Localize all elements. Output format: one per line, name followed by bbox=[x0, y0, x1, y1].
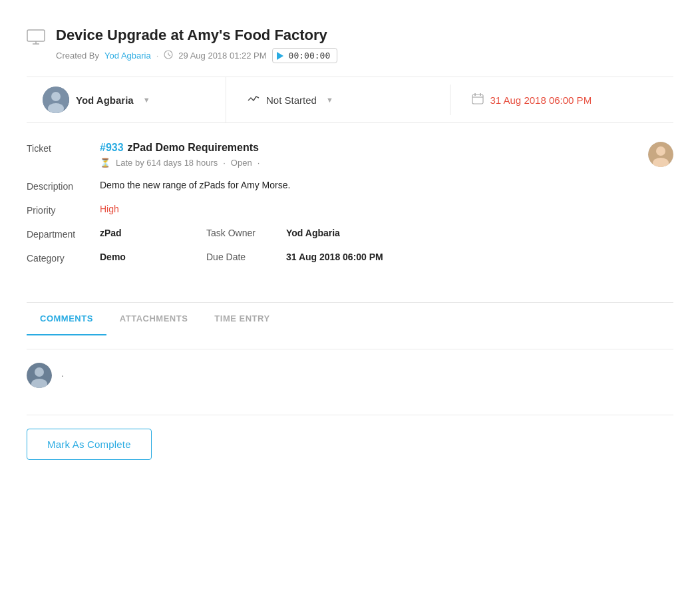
header-content: Device Upgrade at Amy's Food Factory Cre… bbox=[56, 27, 673, 63]
section-divider bbox=[27, 415, 673, 415]
assignee-cell[interactable]: Yod Agbaria ▼ bbox=[27, 77, 226, 122]
due-date-label: Due Date bbox=[206, 252, 286, 262]
comment-input-field[interactable] bbox=[61, 363, 673, 384]
ticket-name: zPad Demo Requirements bbox=[128, 142, 259, 154]
ticket-meta: ⏳ Late by 614 days 18 hours · Open · bbox=[100, 158, 648, 168]
priority-label: Priority bbox=[27, 204, 100, 216]
description-label: Description bbox=[27, 180, 100, 192]
department-row: Department zPad Task Owner Yod Agbaria bbox=[27, 228, 673, 240]
comment-input-row bbox=[27, 363, 673, 388]
description-row: Description Demo the new range of zPads … bbox=[27, 180, 673, 192]
clock-icon bbox=[164, 50, 173, 61]
calendar-icon bbox=[472, 93, 484, 107]
page-container: Device Upgrade at Amy's Food Factory Cre… bbox=[0, 0, 700, 611]
monitor-icon bbox=[27, 29, 45, 49]
mark-complete-button[interactable]: Mark As Complete bbox=[27, 429, 152, 460]
task-owner-value: Yod Agbaria bbox=[286, 228, 340, 238]
comment-avatar bbox=[27, 363, 52, 388]
category-due-date-value: 31 Aug 2018 06:00 PM bbox=[286, 252, 383, 262]
svg-rect-9 bbox=[472, 95, 483, 104]
timer-play-icon bbox=[277, 52, 283, 60]
ticket-row: Ticket #933 zPad Demo Requirements ⏳ Lat… bbox=[27, 142, 673, 168]
svg-rect-0 bbox=[27, 30, 45, 41]
ticket-number[interactable]: #933 bbox=[100, 142, 124, 154]
meta-separator1: · bbox=[223, 158, 226, 168]
tab-time-entry[interactable]: TIME ENTRY bbox=[201, 303, 283, 335]
status-dropdown-icon: ▼ bbox=[326, 96, 333, 104]
ticket-avatar bbox=[648, 142, 673, 167]
category-value: Demo bbox=[100, 252, 206, 262]
page-title: Device Upgrade at Amy's Food Factory bbox=[56, 27, 673, 44]
category-label: Category bbox=[27, 252, 100, 264]
tabs-header: COMMENTS ATTACHMENTS TIME ENTRY bbox=[27, 303, 673, 335]
late-text: Late by 614 days 18 hours bbox=[116, 158, 218, 168]
svg-point-17 bbox=[35, 367, 44, 377]
header-section: Device Upgrade at Amy's Food Factory Cre… bbox=[27, 27, 673, 63]
department-value: zPad bbox=[100, 228, 206, 238]
tabs-section: COMMENTS ATTACHMENTS TIME ENTRY bbox=[27, 302, 673, 335]
svg-line-5 bbox=[168, 55, 170, 56]
ticket-label: Ticket bbox=[27, 142, 100, 154]
meta-separator2: · bbox=[258, 158, 260, 168]
created-date: 29 Aug 2018 01:22 PM bbox=[178, 51, 266, 61]
ticket-title-row: #933 zPad Demo Requirements bbox=[100, 142, 648, 154]
meta-row: Created By Yod Agbaria · 29 Aug 2018 01:… bbox=[56, 48, 673, 63]
status-text: Not Started bbox=[266, 95, 317, 106]
priority-value: High bbox=[100, 204, 673, 214]
tab-attachments[interactable]: ATTACHMENTS bbox=[106, 303, 202, 335]
svg-point-14 bbox=[656, 146, 665, 156]
assignee-avatar-image bbox=[43, 87, 69, 113]
assignee-avatar bbox=[43, 87, 69, 113]
details-section: Ticket #933 zPad Demo Requirements ⏳ Lat… bbox=[27, 142, 673, 289]
task-owner-label: Task Owner bbox=[206, 228, 286, 238]
timer-button[interactable]: 00:00:00 bbox=[272, 48, 338, 63]
assignee-name: Yod Agbaria bbox=[76, 95, 134, 106]
hourglass-icon: ⏳ bbox=[100, 158, 110, 168]
department-label: Department bbox=[27, 228, 100, 240]
open-status: Open bbox=[231, 158, 252, 168]
due-date-cell: 31 Aug 2018 06:00 PM bbox=[450, 83, 674, 116]
status-icon bbox=[248, 94, 260, 106]
category-row: Category Demo Due Date 31 Aug 2018 06:00… bbox=[27, 252, 673, 264]
due-date-text: 31 Aug 2018 06:00 PM bbox=[490, 95, 592, 106]
priority-row: Priority High bbox=[27, 204, 673, 216]
tab-comments[interactable]: COMMENTS bbox=[27, 303, 106, 335]
ticket-content: #933 zPad Demo Requirements ⏳ Late by 61… bbox=[100, 142, 648, 168]
creator-link[interactable]: Yod Agbaria bbox=[104, 51, 151, 61]
comments-section bbox=[27, 349, 673, 401]
assignee-status-bar: Yod Agbaria ▼ Not Started ▼ 31 Aug 20 bbox=[27, 77, 673, 123]
status-cell[interactable]: Not Started ▼ bbox=[226, 85, 450, 115]
meta-dot: · bbox=[156, 51, 159, 61]
timer-value: 00:00:00 bbox=[289, 51, 331, 61]
assignee-dropdown-icon: ▼ bbox=[143, 96, 150, 104]
created-by-label: Created By bbox=[56, 51, 99, 61]
svg-point-7 bbox=[51, 92, 61, 101]
description-value: Demo the new range of zPads for Amy Mors… bbox=[100, 180, 673, 190]
